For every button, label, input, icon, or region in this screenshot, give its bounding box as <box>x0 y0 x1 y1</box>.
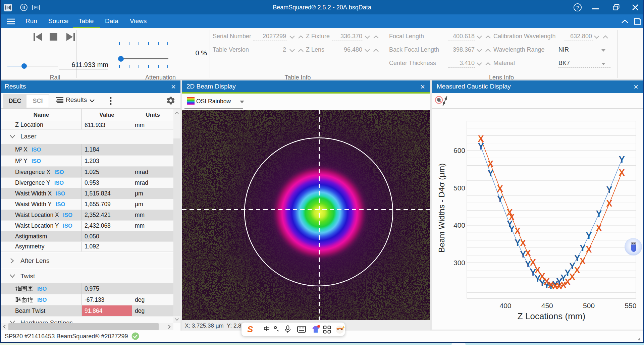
svg-text:Y: Y <box>619 155 625 165</box>
svg-text:Y: Y <box>497 194 503 204</box>
svg-text:X: X <box>497 184 503 194</box>
svg-text:400: 400 <box>499 302 511 309</box>
svg-text:X: X <box>478 134 484 144</box>
svg-text:X: X <box>520 238 526 248</box>
svg-text:500: 500 <box>583 302 595 309</box>
svg-text:X: X <box>509 212 515 222</box>
svg-text:X: X <box>525 248 531 258</box>
svg-text:X: X <box>586 244 592 254</box>
svg-text:Y: Y <box>606 185 612 195</box>
svg-text:?: ? <box>576 5 579 10</box>
svg-text:Y: Y <box>596 209 602 219</box>
svg-text:Z Locations (mm): Z Locations (mm) <box>518 311 585 321</box>
svg-text:Y: Y <box>586 231 592 241</box>
svg-text:450: 450 <box>541 302 553 309</box>
svg-text:Y: Y <box>580 243 586 253</box>
svg-text:Y: Y <box>509 224 515 234</box>
svg-text:X: X <box>619 168 625 178</box>
svg-text:500: 500 <box>453 184 465 192</box>
svg-text:X: X <box>596 223 602 233</box>
svg-text:X: X <box>487 159 493 169</box>
svg-text:X: X <box>580 256 586 266</box>
svg-text:Y: Y <box>487 168 493 178</box>
svg-text:300: 300 <box>453 259 465 267</box>
svg-text:X: X <box>606 198 612 209</box>
svg-text:Beam Widths - D4σ (μm): Beam Widths - D4σ (μm) <box>437 163 446 252</box>
svg-text:X: X <box>574 265 580 275</box>
svg-text:600: 600 <box>453 147 465 154</box>
svg-text:X: X <box>515 226 521 236</box>
svg-text:550: 550 <box>625 302 636 309</box>
svg-text:400: 400 <box>453 221 465 229</box>
